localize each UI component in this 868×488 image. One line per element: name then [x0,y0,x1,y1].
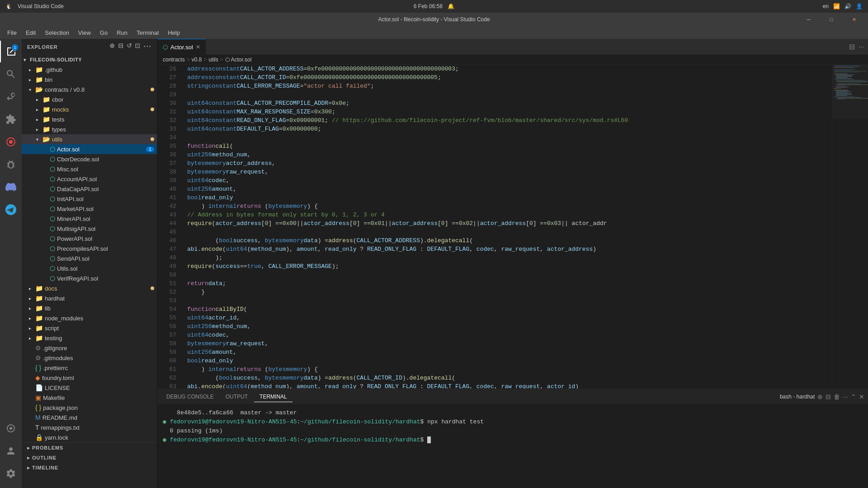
minimap[interactable] [832,65,868,389]
refresh-icon[interactable]: ↺ [127,42,132,52]
tree-item-cbordecode[interactable]: ▸ ⬡ CborDecode.sol [22,154,157,164]
breadcrumb-file[interactable]: ⬡ Actor.sol [225,56,252,63]
panel-tab-debug[interactable]: DEBUG CONSOLE [161,392,219,402]
panel-tab-output[interactable]: OUTPUT [220,392,253,402]
tree-item-multisigapi[interactable]: ▸ ⬡ MultisigAPI.sol [22,224,157,234]
panel-more-icon[interactable]: ··· [843,393,848,400]
tree-item-readme[interactable]: ▸ M README.md [22,413,157,422]
menu-run[interactable]: Run [113,28,131,37]
menu-view[interactable]: View [75,28,94,37]
tree-item-gitmodules[interactable]: ▸ ⚙ .gitmodules [22,353,157,363]
tree-item-script[interactable]: ▸ 📁 script [22,323,157,333]
activity-telegram[interactable] [0,199,22,221]
tree-item-utils[interactable]: ▾ 📂 utils [22,134,157,144]
tree-item-types[interactable]: ▸ 📁 types [22,124,157,134]
tree-item-node-modules[interactable]: ▸ 📁 node_modules [22,313,157,323]
more-icon[interactable]: ··· [143,42,151,52]
tree-item-sendapi[interactable]: ▸ ⬡ SendAPI.sol [22,253,157,263]
maximize-button[interactable]: □ [821,13,842,26]
activity-explorer[interactable]: 1 [0,41,22,62]
code-area[interactable]: 2627282930 3132333435 3637383940 4142434… [157,65,868,389]
panel-close-icon[interactable]: ✕ [859,393,864,400]
tree-item-contracts[interactable]: ▾ 📂 contracts / v0.8 [22,84,157,94]
code-content[interactable]: address constant CALL_ACTOR_ADDRESS = 0x… [180,65,832,389]
new-folder-icon[interactable]: ⊟ [118,42,124,52]
tree-item-bin[interactable]: ▸ 📁 bin [22,75,157,84]
minimap-visualization [832,65,868,389]
activity-browser[interactable] [0,131,22,153]
activity-tor[interactable] [0,418,22,439]
menu-help[interactable]: Help [164,28,184,37]
activity-settings[interactable] [0,463,22,484]
menu-terminal[interactable]: Terminal [133,28,162,37]
breadcrumb-v08[interactable]: v0.8 [192,56,202,63]
tree-item-license[interactable]: ▸ 📄 LICENSE [22,383,157,393]
tree-item-yarn-lock[interactable]: ▸ 🔒 yarn.lock [22,432,157,442]
tree-item-github[interactable]: ▸ 📁 .github [22,65,157,75]
tree-item-testing[interactable]: ▸ 📁 testing [22,333,157,343]
folder-icon: 📁 [35,305,43,312]
menu-file[interactable]: File [4,28,20,37]
terminal-trash-icon[interactable]: 🗑 [834,393,840,400]
minimize-button[interactable]: ─ [798,13,819,26]
tree-item-utils-sol[interactable]: ▸ ⬡ Utils.sol [22,263,157,273]
split-terminal-icon[interactable]: ⊟ [826,393,831,400]
more-tabs-icon[interactable]: ··· [859,43,864,51]
tree-item-precompilesapi[interactable]: ▸ ⬡ PrecompilesAPI.sol [22,244,157,253]
tree-item-lib[interactable]: ▸ 📁 lib [22,303,157,313]
tree-item-makefile[interactable]: ▸ ▣ Makefile [22,393,157,403]
code-line-63: abi.encode(uint64(method_num), amount, r… [187,382,832,389]
panel-tab-terminal[interactable]: TERMINAL [254,392,292,402]
menu-go[interactable]: Go [96,28,111,37]
problems-panel-header[interactable]: ▸ PROBLEMS [22,443,157,453]
breadcrumb-utils[interactable]: utils [208,56,218,63]
activity-search[interactable] [0,63,22,85]
activity-account[interactable] [0,440,22,462]
split-editor-icon[interactable]: ⊟ [849,42,855,51]
folder-icon: 📁 [42,126,50,133]
tree-item-cbor[interactable]: ▸ 📁 cbor [22,94,157,104]
panel-maximize-icon[interactable]: ⌃ [851,393,856,400]
breadcrumb-contracts[interactable]: contracts [163,56,185,63]
tree-item-mocks[interactable]: ▸ 📁 mocks [22,104,157,114]
new-file-icon[interactable]: ⊕ [109,42,115,52]
menu-selection[interactable]: Selection [41,28,72,37]
menu-edit[interactable]: Edit [22,28,39,37]
tree-item-powerapi[interactable]: ▸ ⬡ PowerAPI.sol [22,234,157,244]
tree-item-initapi[interactable]: ▸ ⬡ InitAPI.sol [22,194,157,204]
root-label: FILECOIN-SOLIDITY [30,57,82,62]
problems-label: PROBLEMS [32,445,63,450]
tree-item-docs[interactable]: ▸ 📁 docs [22,283,157,293]
tree-item-tests[interactable]: ▸ 📁 tests [22,114,157,124]
activity-source-control[interactable] [0,86,22,108]
tree-item-datacapapi[interactable]: ▸ ⬡ DataCapAPI.sol [22,184,157,194]
timeline-panel-header[interactable]: ▸ TIMELINE [22,463,157,473]
tree-item-actor-sol[interactable]: ▸ ⬡ Actor.sol 1 [22,144,157,154]
tree-item-misc[interactable]: ▸ ⬡ Misc.sol [22,164,157,174]
activity-discord[interactable] [0,176,22,198]
activity-extensions[interactable] [0,108,22,130]
tree-item-foundry-toml[interactable]: ▸ ◆ foundry.toml [22,373,157,383]
terminal-line-1: 8e48de5..fa6ca66 master -> master [163,408,863,418]
tree-item-verifregapi[interactable]: ▸ ⬡ VerifRegAPI.sol [22,273,157,283]
tab-close-button[interactable]: ✕ [196,44,200,50]
tree-item-accountapi[interactable]: ▸ ⬡ AccountAPI.sol [22,174,157,184]
tree-item-prettierrc[interactable]: ▸ { } .prettierrc [22,363,157,373]
tree-item-marketapi[interactable]: ▸ ⬡ MarketAPI.sol [22,204,157,214]
activity-debug[interactable] [0,154,22,175]
collapse-icon[interactable]: ⊡ [135,42,141,52]
new-terminal-icon[interactable]: ⊕ [817,393,823,400]
tree-item-remappings[interactable]: ▸ T remappings.txt [22,422,157,432]
arrow-icon: ▸ [36,127,42,132]
tree-item-gitignore[interactable]: ▸ ⚙ .gitignore [22,343,157,353]
tab-actor-sol[interactable]: ⬡ Actor.sol ✕ [157,39,206,55]
tree-item-package-json[interactable]: ▸ { } package.json [22,403,157,413]
terminal-content[interactable]: 8e48de5..fa6ca66 master -> master ◉ fedo… [157,405,868,488]
close-button[interactable]: ✕ [844,13,864,26]
outline-panel-header[interactable]: ▸ OUTLINE [22,453,157,463]
tree-item-minerapi[interactable]: ▸ ⬡ MinerAPI.sol [22,214,157,224]
item-label: yarn.lock [45,434,68,441]
tree-root[interactable]: ▾ FILECOIN-SOLIDITY [22,55,157,65]
tree-item-hardhat[interactable]: ▸ 📁 hardhat [22,293,157,303]
code-line-57: uint64 codec, [187,331,832,339]
